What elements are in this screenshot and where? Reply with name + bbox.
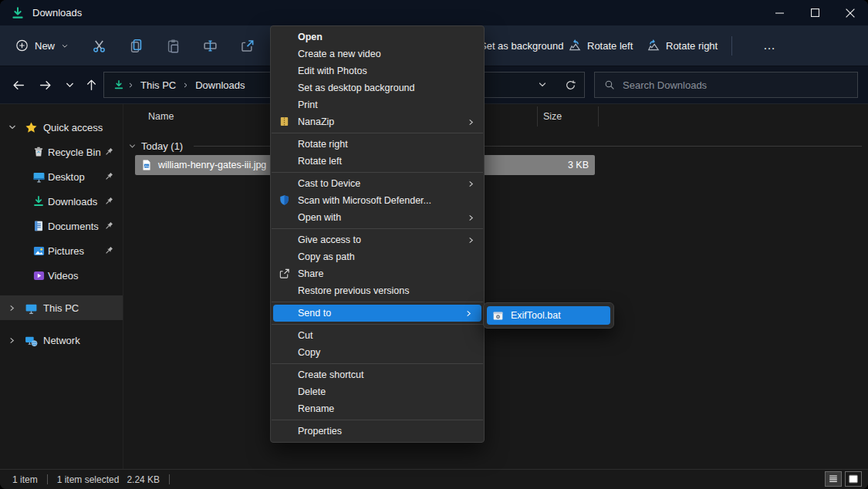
context-menu-item-copy-as-path[interactable]: Copy as path (271, 248, 484, 265)
maximize-button[interactable] (797, 0, 833, 25)
navigation-pane: Quick access Recycle Bin Desktop Downloa… (0, 104, 123, 469)
forward-button[interactable] (34, 74, 56, 96)
context-menu-item-nanazip[interactable]: NanaZip (271, 113, 484, 130)
submenu-arrow-icon (467, 236, 475, 244)
sidebar-item-quick-access[interactable]: Quick access (0, 115, 123, 140)
menu-separator (272, 324, 483, 325)
menu-separator (272, 420, 483, 420)
rotate-right-button[interactable]: Rotate right (647, 39, 718, 52)
column-divider[interactable] (537, 106, 538, 126)
sidebar-item-videos[interactable]: Videos (0, 263, 123, 288)
context-menu-item-copy[interactable]: Copy (271, 344, 484, 361)
cut-button[interactable] (90, 37, 107, 54)
submenu-arrow-icon (467, 118, 475, 126)
breadcrumb-chevron-icon (179, 82, 192, 89)
up-button[interactable] (80, 74, 102, 96)
sidebar-item-label: Desktop (48, 171, 85, 183)
column-header-name[interactable]: Name (148, 111, 174, 122)
search-input[interactable] (623, 79, 823, 91)
rename-button[interactable] (201, 37, 218, 54)
sidebar-item-network[interactable]: Network (0, 328, 123, 352)
submenu-arrow-icon (467, 180, 475, 188)
submenu-arrow-icon (467, 214, 475, 222)
column-divider[interactable] (598, 106, 599, 126)
set-as-background-label: Set as background (480, 40, 563, 52)
context-menu-item-open-with[interactable]: Open with (271, 209, 484, 226)
context-menu-item-set-as-desktop-background[interactable]: Set as desktop background (271, 79, 484, 96)
address-dropdown-button[interactable] (529, 73, 556, 97)
sidebar-item-label: Downloads (48, 196, 97, 207)
nanazip-icon (279, 116, 291, 128)
batch-file-icon (492, 310, 504, 322)
new-button[interactable]: New (15, 39, 69, 52)
rotate-left-button[interactable]: Rotate left (568, 39, 633, 52)
toolbar-divider (731, 36, 732, 56)
videos-icon (32, 269, 46, 282)
context-menu-item-create-a-new-video[interactable]: Create a new video (271, 46, 484, 62)
context-menu-item-scan-with-microsoft-defender[interactable]: Scan with Microsoft Defender... (271, 192, 484, 209)
file-list: Name Size Today (1) william-henry-gates-… (123, 104, 868, 469)
context-menu-item-restore-previous-versions[interactable]: Restore previous versions (271, 282, 484, 299)
sidebar-item-label: Recycle Bin (48, 147, 101, 158)
menu-separator (272, 133, 483, 133)
details-view-button[interactable] (825, 471, 842, 487)
column-header-size[interactable]: Size (543, 111, 562, 122)
sidebar-item-desktop[interactable]: Desktop (0, 164, 123, 189)
sidebar-item-documents[interactable]: Documents (0, 214, 123, 238)
sidebar-item-downloads[interactable]: Downloads (0, 189, 123, 214)
refresh-icon (565, 79, 576, 91)
context-menu-item-rename[interactable]: Rename (271, 400, 484, 417)
close-button[interactable] (833, 0, 868, 25)
sidebar-item-label: Network (43, 335, 80, 346)
thumbnail-view-button[interactable] (845, 471, 862, 487)
share-icon (279, 268, 291, 280)
context-menu-item-rotate-right[interactable]: Rotate right (271, 136, 484, 153)
context-menu-item-print[interactable]: Print (271, 96, 484, 113)
network-icon (25, 334, 38, 347)
sidebar-item-recycle-bin[interactable]: Recycle Bin (0, 140, 123, 164)
chevron-right-icon[interactable] (8, 304, 19, 312)
search-box[interactable] (594, 72, 858, 98)
chevron-down-icon[interactable] (128, 142, 137, 150)
rotate-left-icon (568, 39, 582, 52)
chevron-down-icon (538, 80, 547, 89)
breadcrumb-this-pc[interactable]: This PC (137, 79, 179, 91)
refresh-button[interactable] (556, 73, 584, 97)
chevron-down-icon[interactable] (8, 123, 19, 132)
image-file-icon (140, 159, 153, 171)
context-menu-item-give-access-to[interactable]: Give access to (271, 231, 484, 248)
star-icon (25, 121, 38, 134)
context-menu-item-properties[interactable]: Properties (271, 423, 484, 440)
chevron-down-icon (65, 80, 75, 90)
send-to-submenu: ExifTool.bat (483, 302, 614, 329)
context-menu-item-cast-to-device[interactable]: Cast to Device (271, 175, 484, 192)
context-menu-item-share[interactable]: Share (271, 265, 484, 282)
recent-locations-button[interactable] (59, 74, 80, 96)
context-menu-item-rotate-left[interactable]: Rotate left (271, 153, 484, 170)
context-menu-item-create-shortcut[interactable]: Create shortcut (271, 366, 484, 383)
minimize-button[interactable] (762, 0, 797, 25)
share-button[interactable] (238, 37, 255, 54)
sidebar-item-pictures[interactable]: Pictures (0, 238, 123, 263)
context-menu-item-open[interactable]: Open (271, 29, 484, 46)
menu-separator (272, 302, 483, 302)
chevron-right-icon[interactable] (8, 336, 19, 345)
submenu-item-label: ExifTool.bat (511, 310, 561, 321)
see-more-button[interactable]: … (755, 39, 785, 52)
context-menu-item-delete[interactable]: Delete (271, 383, 484, 400)
paste-button[interactable] (164, 37, 181, 54)
context-menu-item-edit-with-photos[interactable]: Edit with Photos (271, 62, 484, 79)
breadcrumb-downloads[interactable]: Downloads (192, 79, 248, 91)
sidebar-item-this-pc[interactable]: This PC (0, 295, 123, 320)
copy-button[interactable] (127, 37, 144, 54)
documents-icon (32, 220, 46, 233)
submenu-item-exiftool-bat[interactable]: ExifTool.bat (487, 306, 610, 325)
back-button[interactable] (8, 74, 29, 96)
menu-separator (272, 363, 483, 364)
context-menu-item-send-to[interactable]: Send to (273, 305, 481, 322)
group-header-today[interactable]: Today (1) (123, 137, 862, 155)
context-menu-item-cut[interactable]: Cut (271, 327, 484, 344)
title-bar: Downloads (0, 0, 868, 25)
sidebar-item-label: This PC (43, 302, 79, 314)
pin-icon (103, 171, 115, 183)
